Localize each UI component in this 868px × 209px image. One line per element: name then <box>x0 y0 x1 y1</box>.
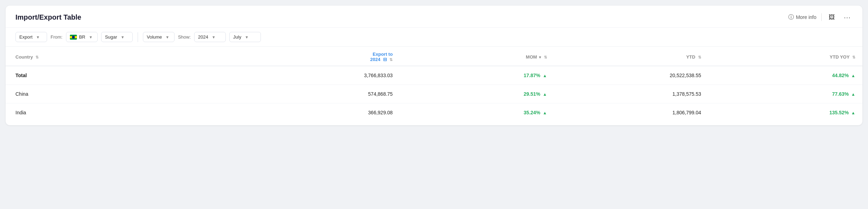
cell-export: 3,766,833.03 <box>245 66 400 85</box>
from-label: From: <box>51 34 63 40</box>
col-mom-dropdown-icon: ▾ <box>539 55 541 59</box>
ytdyoy-value: 77.63% <box>832 91 849 97</box>
col-country-label: Country <box>15 54 33 60</box>
year-chevron-icon: ▼ <box>212 35 216 39</box>
more-options-button[interactable]: ··· <box>842 12 853 22</box>
mom-up-icon: ▲ <box>543 110 547 115</box>
ytdyoy-up-icon: ▲ <box>851 73 855 78</box>
col-header-mom[interactable]: MOM ▾ ⇅ <box>400 47 554 66</box>
country-filter[interactable]: BR ▼ <box>66 32 98 42</box>
cell-mom: 29.51% ▲ <box>400 85 554 103</box>
metric-chevron-icon: ▼ <box>165 35 169 39</box>
col-mom-label: MOM <box>526 54 537 60</box>
show-label: Show: <box>178 34 191 40</box>
month-value: July <box>233 34 241 40</box>
country-value: BR <box>79 34 85 40</box>
cell-ytdyoy: 135.52% ▲ <box>708 103 862 122</box>
col-ytdyoy-label: YTD YOY <box>830 54 850 60</box>
col-country-sort-icon: ⇅ <box>35 55 39 59</box>
mom-up-icon: ▲ <box>543 92 547 97</box>
image-icon: 🖼 <box>829 14 835 21</box>
cell-mom: 35.24% ▲ <box>400 103 554 122</box>
cell-ytdyoy: 77.63% ▲ <box>708 85 862 103</box>
mom-value: 29.51% <box>524 91 540 97</box>
type-filter[interactable]: Export ▼ <box>15 32 47 42</box>
metric-filter[interactable]: Volume ▼ <box>143 32 175 42</box>
more-info-button[interactable]: ⓘ More info <box>788 14 816 21</box>
card-header: Import/Export Table ⓘ More info 🖼 ··· <box>6 6 862 28</box>
commodity-filter[interactable]: Sugar ▼ <box>101 32 133 42</box>
metric-value: Volume <box>147 34 162 40</box>
table-row: China 574,868.75 29.51% ▲ 1,378,575.53 7… <box>6 85 862 103</box>
cell-ytdyoy: 44.82% ▲ <box>708 66 862 85</box>
mom-up-icon: ▲ <box>543 73 547 78</box>
mom-value: 17.87% <box>524 73 540 78</box>
col-header-ytdyoy[interactable]: YTD YOY ⇅ <box>708 47 862 66</box>
col-export-label: Export to <box>373 52 393 57</box>
cell-mom: 17.87% ▲ <box>400 66 554 85</box>
more-info-label: More info <box>796 14 816 20</box>
col-header-ytd[interactable]: YTD ⇅ <box>554 47 708 66</box>
col-ytd-sort-icon: ⇅ <box>698 55 701 59</box>
table-header-row: Country ⇅ Export to 2024 ⊟ ⇅ MOM ▾ ⇅ <box>6 47 862 66</box>
type-value: Export <box>19 34 33 40</box>
cell-export: 366,929.08 <box>245 103 400 122</box>
col-export-sublabel: 2024 <box>370 57 380 62</box>
type-chevron-icon: ▼ <box>36 35 40 39</box>
cell-country: India <box>6 103 245 122</box>
cell-ytd: 20,522,538.55 <box>554 66 708 85</box>
col-ytd-label: YTD <box>686 54 695 60</box>
table-row: India 366,929.08 35.24% ▲ 1,806,799.04 1… <box>6 103 862 122</box>
ytdyoy-up-icon: ▲ <box>851 92 855 97</box>
cell-ytd: 1,806,799.04 <box>554 103 708 122</box>
cell-export: 574,868.75 <box>245 85 400 103</box>
header-actions: ⓘ More info 🖼 ··· <box>788 12 853 22</box>
month-chevron-icon: ▼ <box>245 35 249 39</box>
data-table: Country ⇅ Export to 2024 ⊟ ⇅ MOM ▾ ⇅ <box>6 47 862 122</box>
ytdyoy-up-icon: ▲ <box>851 110 855 115</box>
col-ytdyoy-sort-icon: ⇅ <box>852 55 855 59</box>
image-button[interactable]: 🖼 <box>827 12 837 22</box>
page-title: Import/Export Table <box>15 13 81 21</box>
month-filter[interactable]: July ▼ <box>229 32 261 42</box>
year-filter[interactable]: 2024 ▼ <box>194 32 226 42</box>
commodity-chevron-icon: ▼ <box>121 35 125 39</box>
col-header-country[interactable]: Country ⇅ <box>6 47 245 66</box>
dots-icon: ··· <box>844 13 851 21</box>
col-export-filter-icon: ⊟ <box>383 57 387 62</box>
col-header-export[interactable]: Export to 2024 ⊟ ⇅ <box>245 47 400 66</box>
table-area: Country ⇅ Export to 2024 ⊟ ⇅ MOM ▾ ⇅ <box>6 47 862 125</box>
filters-row: Export ▼ From: BR ▼ Sugar ▼ Volume ▼ Sho… <box>6 28 862 47</box>
cell-country: Total <box>6 66 245 85</box>
cell-country: China <box>6 85 245 103</box>
filter-divider-1 <box>138 32 138 42</box>
main-card: Import/Export Table ⓘ More info 🖼 ··· Ex… <box>6 6 862 125</box>
table-row: Total 3,766,833.03 17.87% ▲ 20,522,538.5… <box>6 66 862 85</box>
cell-ytd: 1,378,575.53 <box>554 85 708 103</box>
info-circle-icon: ⓘ <box>788 14 794 21</box>
header-divider <box>821 13 822 21</box>
mom-value: 35.24% <box>524 110 540 115</box>
ytdyoy-value: 44.82% <box>832 73 849 78</box>
ytdyoy-value: 135.52% <box>829 110 849 115</box>
col-mom-sort-icon: ⇅ <box>544 55 547 59</box>
year-value: 2024 <box>198 34 208 40</box>
col-export-sort-icon: ⇅ <box>389 58 393 62</box>
brazil-flag-icon <box>70 35 77 40</box>
country-chevron-icon: ▼ <box>89 35 93 39</box>
commodity-value: Sugar <box>105 34 117 40</box>
